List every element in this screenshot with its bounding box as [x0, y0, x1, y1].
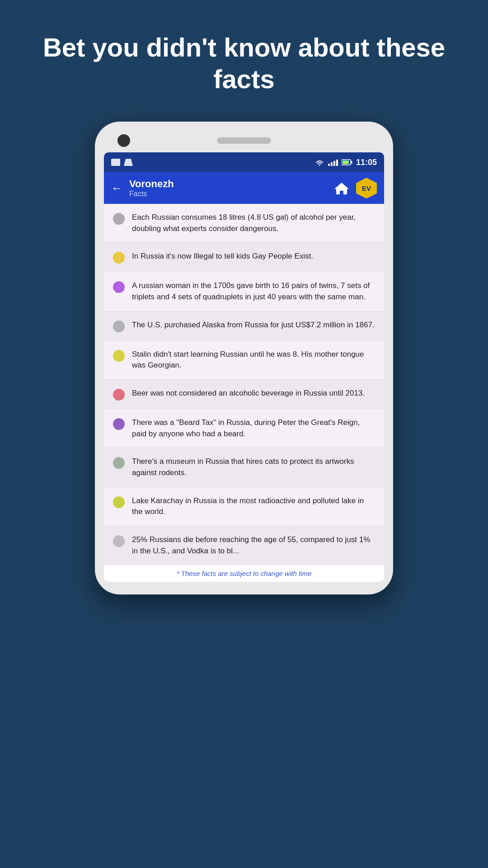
facts-list: Each Russian consumes 18 litres (4.8 US …	[104, 204, 384, 565]
app-bar-left: ← Voronezh Facts	[111, 178, 174, 198]
svg-text:⚡: ⚡	[344, 161, 348, 165]
list-item[interactable]: Lake Karachay in Russia is the most radi…	[104, 487, 384, 526]
list-item[interactable]: There's a museum in Russia that hires ca…	[104, 448, 384, 487]
list-item[interactable]: In Russia it's now Illegal to tell kids …	[104, 243, 384, 272]
phone-speaker	[217, 137, 271, 144]
status-left-icons	[111, 159, 133, 166]
ev-badge-label: EV	[362, 184, 371, 192]
app-title-main: Voronezh	[129, 178, 174, 190]
list-item[interactable]: Stalin didn't start learning Russian unt…	[104, 341, 384, 380]
time-display: 11:05	[356, 158, 377, 167]
fact-text: A russian woman in the 1700s gave birth …	[132, 280, 375, 302]
app-title-sub: Facts	[129, 190, 174, 198]
ev-badge[interactable]: EV	[356, 178, 377, 198]
list-item[interactable]: 25% Russians die before reaching the age…	[104, 526, 384, 565]
fact-text: Beer was not considered an alcoholic bev…	[132, 388, 375, 399]
list-item[interactable]: Beer was not considered an alcoholic bev…	[104, 380, 384, 409]
phone-camera	[117, 134, 130, 147]
notification-icon-1	[111, 159, 120, 166]
svg-point-0	[319, 165, 320, 166]
phone-notch	[104, 134, 384, 152]
fact-text: Each Russian consumes 18 litres (4.8 US …	[132, 212, 375, 234]
signal-icon	[328, 159, 338, 166]
status-bar: ⚡ 11:05	[104, 152, 384, 172]
fact-dot	[113, 350, 125, 362]
hero-title: Bet you didn't know about these facts	[0, 0, 488, 122]
fact-dot	[113, 281, 125, 293]
fact-text: There was a "Beard Tax" in Russia, durin…	[132, 417, 375, 439]
footer-note: * These facts are subject to change with…	[104, 565, 384, 582]
fact-dot	[113, 252, 125, 264]
phone-device: ⚡ 11:05 ← Voronezh Facts	[95, 122, 393, 594]
fact-text: Lake Karachay in Russia is the most radi…	[132, 495, 375, 518]
battery-icon: ⚡	[342, 159, 352, 165]
list-item[interactable]: A russian woman in the 1700s gave birth …	[104, 272, 384, 311]
fact-text: The U.S. purchased Alaska from Russia fo…	[132, 320, 375, 331]
fact-dot	[113, 457, 125, 469]
fact-text: Stalin didn't start learning Russian unt…	[132, 349, 375, 371]
fact-dot	[113, 389, 125, 401]
hero-section: Bet you didn't know about these facts	[0, 0, 488, 122]
fact-dot	[113, 418, 125, 430]
svg-rect-2	[351, 161, 352, 164]
notification-icon-2	[124, 159, 133, 166]
app-bar: ← Voronezh Facts EV	[104, 172, 384, 204]
fact-text: In Russia it's now Illegal to tell kids …	[132, 251, 375, 262]
wifi-icon	[314, 159, 324, 166]
list-item[interactable]: There was a "Beard Tax" in Russia, durin…	[104, 409, 384, 448]
app-bar-title: Voronezh Facts	[129, 178, 174, 198]
app-bar-right: EV	[332, 178, 377, 198]
back-button[interactable]: ←	[111, 181, 123, 195]
fact-dot	[113, 321, 125, 332]
status-right-icons: ⚡ 11:05	[314, 158, 377, 167]
fact-dot	[113, 213, 125, 225]
home-button[interactable]	[332, 178, 352, 198]
home-icon	[333, 181, 350, 195]
phone-screen: ⚡ 11:05 ← Voronezh Facts	[104, 152, 384, 582]
fact-dot	[113, 535, 125, 547]
list-item[interactable]: Each Russian consumes 18 litres (4.8 US …	[104, 204, 384, 243]
list-item[interactable]: The U.S. purchased Alaska from Russia fo…	[104, 311, 384, 341]
fact-text: There's a museum in Russia that hires ca…	[132, 456, 375, 478]
fact-dot	[113, 496, 125, 508]
fact-text: 25% Russians die before reaching the age…	[132, 534, 375, 557]
